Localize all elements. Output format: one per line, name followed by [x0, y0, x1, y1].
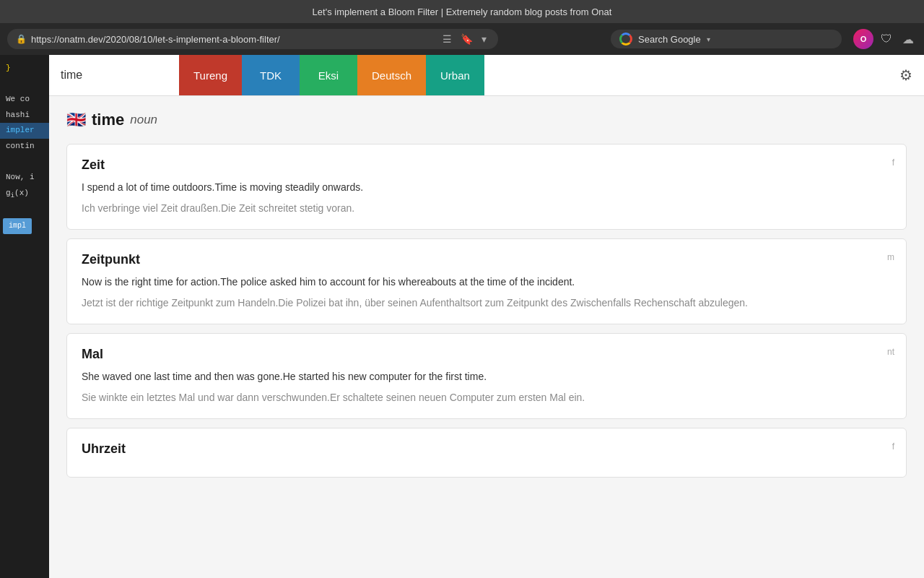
dict-card-mal: Mal nt She waved one last time and then …: [66, 333, 907, 419]
card-word: Zeit: [82, 158, 892, 173]
avatar[interactable]: O: [853, 29, 873, 49]
code-line: impler: [0, 123, 49, 139]
browser-toolbar-right: O 🛡 ☁: [853, 29, 917, 49]
hamburger-icon[interactable]: ☰: [440, 32, 455, 46]
card-type-badge: f: [892, 441, 894, 452]
code-line: We co: [0, 92, 49, 108]
browser-address-bar: 🔒 https://onatm.dev/2020/08/10/let-s-imp…: [0, 23, 924, 55]
code-line: contin: [0, 139, 49, 155]
dict-search-bar: Tureng TDK Eksi Deutsch Urban ⚙: [49, 55, 924, 96]
tab-urban[interactable]: Urban: [426, 55, 484, 95]
address-bar[interactable]: 🔒 https://onatm.dev/2020/08/10/let-s-imp…: [7, 29, 498, 49]
word-header: 🇬🇧 time noun: [66, 111, 907, 129]
google-logo: [619, 33, 632, 46]
browser-title-bar: Let's implement a Bloom Filter | Extreme…: [0, 0, 924, 23]
dict-card-zeit: Zeit f I spend a lot of time outdoors.Ti…: [66, 144, 907, 230]
code-impl: impl: [3, 218, 32, 234]
address-bar-icons: ☰ 🔖 ▾: [440, 32, 489, 46]
card-word: Zeitpunkt: [82, 252, 892, 267]
card-german: Jetzt ist der richtige Zeitpunkt zum Han…: [82, 296, 892, 311]
dict-search-input[interactable]: [49, 59, 179, 92]
search-input[interactable]: Search Google: [638, 34, 701, 45]
card-word: Mal: [82, 347, 892, 362]
bookmark-icon[interactable]: 🔖: [458, 32, 476, 46]
code-line: [0, 77, 49, 92]
card-word: Uhrzeit: [82, 441, 892, 457]
word-pos: noun: [130, 113, 157, 127]
card-english: Now is the right time for action.The pol…: [82, 275, 892, 290]
browser-content: } We co hashi impler contin Now, i gi(x)…: [0, 55, 924, 578]
filter-icon[interactable]: ⚙: [888, 66, 924, 84]
dict-content: 🇬🇧 time noun Zeit f I spend a lot of tim…: [49, 96, 924, 492]
code-line: hashi: [0, 108, 49, 124]
shield-icon[interactable]: 🛡: [878, 31, 895, 47]
page-title: Let's implement a Bloom Filter | Extreme…: [313, 7, 612, 17]
tab-deutsch[interactable]: Deutsch: [357, 55, 426, 95]
cloud-icon[interactable]: ☁: [899, 31, 917, 48]
word-title: time: [92, 111, 124, 129]
code-sidebar: } We co hashi impler contin Now, i gi(x)…: [0, 55, 49, 578]
url-text: https://onatm.dev/2020/08/10/let-s-imple…: [31, 34, 435, 45]
code-line: [0, 203, 49, 219]
tab-eksi[interactable]: Eksi: [300, 55, 357, 95]
card-german: Ich verbringe viel Zeit draußen.Die Zeit…: [82, 201, 892, 216]
code-line: Now, i: [0, 170, 49, 186]
card-type-badge: m: [887, 252, 894, 262]
tab-tureng[interactable]: Tureng: [179, 55, 242, 95]
code-line: }: [0, 61, 49, 77]
code-line: [0, 155, 49, 171]
lock-icon: 🔒: [16, 34, 27, 44]
search-bar[interactable]: Search Google ▾: [611, 30, 842, 48]
card-english: She waved one last time and then was gon…: [82, 369, 892, 384]
dict-card-zeitpunkt: Zeitpunkt m Now is the right time for ac…: [66, 238, 907, 324]
code-line: gi(x): [0, 186, 49, 203]
dict-panel: Tureng TDK Eksi Deutsch Urban ⚙ 🇬🇧 time …: [49, 55, 924, 578]
card-english: I spend a lot of time outdoors.Time is m…: [82, 180, 892, 195]
card-german: Sie winkte ein letztes Mal und war dann …: [82, 390, 892, 405]
search-dropdown-icon[interactable]: ▾: [707, 35, 710, 43]
card-type-badge: nt: [887, 347, 894, 357]
tab-tdk[interactable]: TDK: [242, 55, 300, 95]
dict-tabs: Tureng TDK Eksi Deutsch Urban: [179, 55, 888, 95]
flag-icon: 🇬🇧: [66, 111, 86, 129]
dropdown-icon[interactable]: ▾: [479, 32, 489, 46]
dict-card-uhrzeit: Uhrzeit f: [66, 428, 907, 478]
card-type-badge: f: [892, 158, 894, 168]
